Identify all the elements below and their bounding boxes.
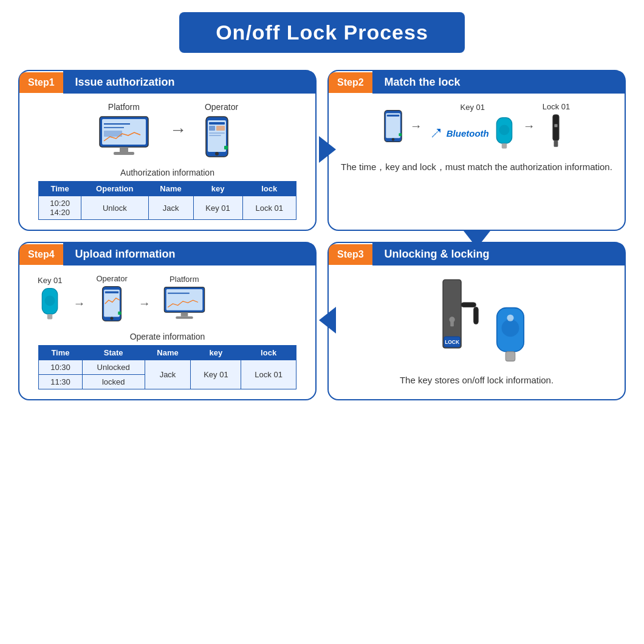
svg-rect-14 — [209, 135, 221, 136]
svg-rect-12 — [216, 126, 225, 131]
steps-container: Step1 Issue authorization Platform — [18, 70, 626, 400]
arrow-phone-to-bluetooth: → — [410, 119, 422, 133]
auth-time: 10:2014:20 — [39, 196, 81, 220]
op-table-header-state: State — [82, 346, 145, 360]
arrow-key-to-lock: → — [523, 119, 535, 133]
op-lock-1: Lock 01 — [241, 360, 296, 389]
svg-point-9 — [215, 152, 219, 156]
auth-operation: Unlock — [81, 196, 149, 220]
svg-point-50 — [507, 315, 513, 321]
svg-rect-20 — [399, 133, 402, 136]
step4-operator-col: Operator — [96, 274, 127, 322]
step4-header: Step4 Upload information — [19, 243, 315, 265]
auth-table-header-time: Time — [39, 182, 81, 196]
arrow-platform-to-operator: → — [170, 120, 187, 140]
operate-info-label: Operate information — [130, 332, 205, 341]
operate-table: Time State Name key lock 10:30 Unlocked … — [38, 345, 296, 389]
phone-icon — [205, 115, 229, 158]
svg-rect-42 — [473, 307, 478, 324]
step4-operator-label: Operator — [96, 274, 127, 283]
step1-box: Step1 Issue authorization Platform — [18, 70, 317, 231]
auth-lock: Lock 01 — [242, 196, 296, 220]
title-bar: On/off Lock Process — [179, 12, 465, 53]
step4-box: Step4 Upload information Key 01 → — [18, 242, 317, 400]
svg-point-28 — [45, 295, 55, 306]
step1-title: Issue authorization — [63, 71, 315, 94]
op-time-1: 10:30 — [39, 360, 83, 375]
svg-rect-36 — [166, 289, 202, 310]
svg-text:LOCK: LOCK — [445, 339, 459, 345]
auth-table-header-op: Operation — [81, 182, 149, 196]
svg-rect-34 — [118, 312, 121, 315]
op-table-header-time: Time — [39, 346, 83, 360]
op-table-header-key: key — [191, 346, 241, 360]
svg-rect-38 — [180, 312, 188, 317]
arrow-step3-to-step4 — [319, 307, 336, 336]
svg-rect-29 — [47, 314, 52, 319]
step3-desc: The key stores on/off lock information. — [400, 375, 553, 385]
svg-rect-44 — [450, 321, 454, 326]
step4-badge: Step4 — [19, 244, 63, 265]
auth-table-header-key: key — [193, 182, 242, 196]
svg-rect-31 — [104, 290, 120, 317]
key01-label: Key 01 — [460, 103, 484, 112]
op-state-1: Unlocked — [82, 360, 145, 375]
lock01-label: Lock 01 — [543, 102, 570, 111]
door-lock-icon: LOCK — [425, 274, 480, 365]
step1-content: Platform — [19, 94, 315, 230]
step3-content: LOCK The key stores on/off lock informat… — [329, 265, 625, 399]
svg-rect-39 — [176, 317, 193, 319]
op-key-1: Key 01 — [191, 360, 241, 389]
step3-images: LOCK — [425, 274, 529, 365]
svg-point-32 — [111, 317, 114, 320]
auth-table-header-name: Name — [148, 182, 193, 196]
op-name-1: Jack — [145, 360, 191, 389]
bluetooth-icon: ⭧ — [430, 125, 443, 141]
svg-rect-41 — [461, 303, 476, 307]
auth-name: Jack — [148, 196, 193, 220]
step3-key-icon — [492, 304, 529, 365]
svg-rect-6 — [114, 152, 134, 155]
step3-badge: Step3 — [329, 244, 372, 265]
step2-box: Step2 Match the lock → Key — [327, 70, 626, 231]
step1-badge: Step1 — [19, 72, 63, 93]
step2-title: Match the lock — [372, 71, 625, 94]
platform-label: Platform — [97, 102, 151, 112]
step2-header: Step2 Match the lock — [329, 71, 625, 94]
bluetooth-row: ⭧ Bluetooth — [430, 117, 516, 150]
step4-title: Upload information — [63, 243, 315, 265]
op-table-header-lock: lock — [241, 346, 296, 360]
auth-table-header-lock: lock — [242, 182, 296, 196]
step2-devices: → Key 01 ⭧ Bluetooth — [341, 102, 612, 150]
svg-rect-13 — [209, 132, 225, 134]
step1-devices: Platform — [32, 102, 303, 158]
monitor-icon — [97, 115, 151, 158]
op-time-2: 11:30 — [39, 375, 83, 389]
svg-rect-17 — [386, 113, 400, 138]
page-wrapper: On/off Lock Process Step1 Issue authoriz… — [0, 0, 644, 644]
svg-rect-26 — [555, 124, 558, 127]
step4-platform-col: Platform — [162, 275, 207, 321]
page-title: On/off Lock Process — [216, 21, 428, 44]
auth-key: Key 01 — [193, 196, 242, 220]
step2-badge: Step2 — [329, 72, 372, 93]
op-state-2: locked — [82, 375, 145, 389]
step2-content: → Key 01 ⭧ Bluetooth — [329, 94, 625, 230]
key-device-icon — [493, 117, 516, 150]
step4-key-col: Key 01 — [38, 276, 62, 321]
step4-key-icon — [38, 287, 61, 321]
svg-rect-49 — [505, 352, 515, 361]
auth-info-label: Authorization information — [120, 168, 214, 177]
table-row: 10:30 Unlocked Jack Key 01 Lock 01 — [39, 360, 296, 375]
table-row: 10:2014:20 Unlock Jack Key 01 Lock 01 — [39, 196, 296, 220]
step4-monitor-icon — [162, 286, 207, 321]
step2-desc: The time，key and lock，must match the aut… — [341, 160, 612, 174]
step4-platform-label: Platform — [170, 275, 199, 284]
step4-content: Key 01 → Operator — [19, 265, 315, 399]
bluetooth-key-group: Key 01 ⭧ Bluetooth — [430, 103, 516, 150]
lock-device-col: Lock 01 — [543, 102, 570, 150]
svg-rect-5 — [120, 147, 128, 152]
step3-title: Unlocking & locking — [372, 243, 625, 265]
step4-devices: Key 01 → Operator — [32, 274, 303, 322]
op-table-header-name: Name — [145, 346, 191, 360]
